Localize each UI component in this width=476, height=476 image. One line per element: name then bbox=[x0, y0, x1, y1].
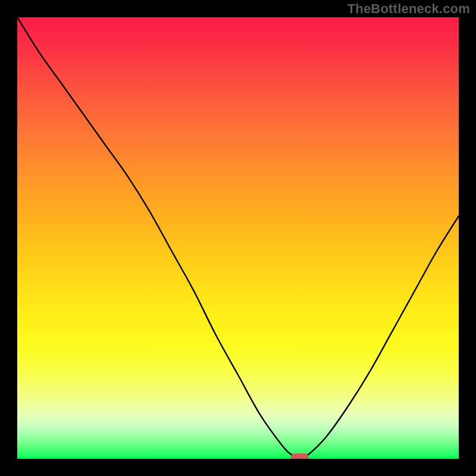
bottleneck-marker bbox=[291, 453, 309, 459]
bottleneck-curve bbox=[17, 17, 459, 459]
watermark-text: TheBottleneck.com bbox=[347, 1, 470, 17]
plot-area bbox=[17, 17, 459, 459]
chart-container: TheBottleneck.com bbox=[0, 0, 476, 476]
